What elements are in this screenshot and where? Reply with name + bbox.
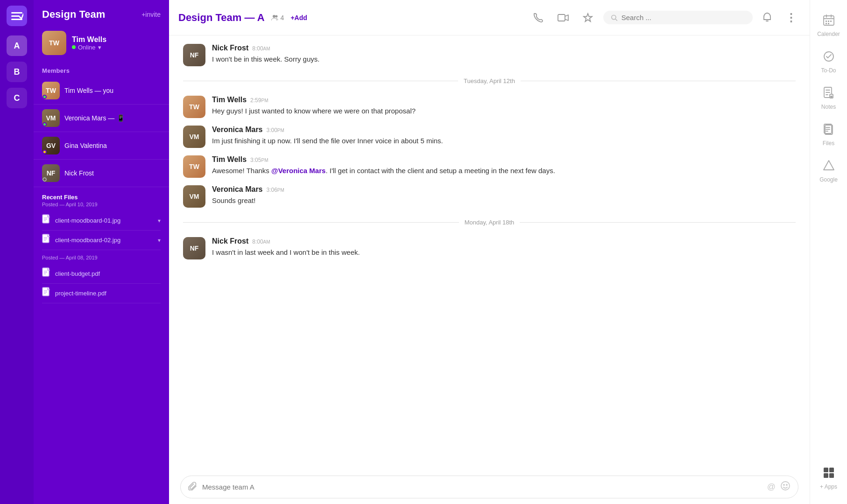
sidebar-item-notes[interactable]: Notes (810, 80, 847, 117)
member-gina[interactable]: GV Gina Valentina (34, 132, 169, 160)
svg-marker-22 (584, 14, 592, 21)
avatar-initials: TW (42, 31, 66, 55)
file-icon-2 (42, 234, 51, 246)
member-nick[interactable]: NF Nick Frost (34, 160, 169, 187)
notifications-button[interactable] (759, 11, 775, 25)
member-status-dot-nick (42, 177, 47, 182)
members-label: Members (34, 63, 169, 77)
add-members-button[interactable]: +Add (290, 14, 307, 21)
workspace-b[interactable]: B (7, 62, 27, 82)
member-tim[interactable]: TW Tim Wells — you (34, 77, 169, 105)
file-item-2[interactable]: client-moodboard-02.jpg ▾ (42, 231, 161, 250)
svg-rect-55 (829, 473, 834, 478)
msg-time-nick-first: 8:00AM (252, 45, 270, 52)
invite-button[interactable]: +invite (141, 11, 161, 18)
file-icon-4 (42, 287, 51, 300)
sidebar-item-calendar[interactable]: Calender (810, 7, 847, 44)
msg-header-veronica-1: Veronica Mars 3:00PM (212, 126, 796, 134)
msg-header-tim-2: Tim Wells 3:05PM (212, 155, 796, 164)
svg-rect-35 (830, 21, 832, 22)
msg-header-veronica-2: Veronica Mars 3:06PM (212, 185, 796, 194)
search-input[interactable] (621, 14, 745, 21)
msg-name-veronica-2: Veronica Mars (212, 185, 263, 194)
msg-name-tim-2: Tim Wells (212, 155, 247, 164)
todo-label: To-Do (821, 67, 836, 74)
svg-rect-1 (11, 15, 20, 17)
date-divider-april18: Monday, April 18th (169, 211, 810, 233)
sidebar-item-apps[interactable]: + Apps (810, 460, 847, 497)
msg-text-nick-second: I wasn't in last week and I won't be in … (212, 247, 796, 258)
attachment-button[interactable] (188, 481, 198, 493)
more-options-button[interactable]: ⋮ (782, 9, 800, 26)
svg-rect-33 (826, 21, 827, 22)
msg-header-nick-second: Nick Frost 8:00AM (212, 237, 796, 245)
app-logo[interactable] (7, 6, 27, 26)
sidebar-item-todo[interactable]: To-Do (810, 44, 847, 80)
current-user-info: Tim Wells Online ▾ (72, 35, 106, 51)
at-mention-button[interactable]: @ (767, 482, 776, 492)
apps-icon (823, 467, 835, 482)
member-veronica[interactable]: VM Veronica Mars — 📱 (34, 105, 169, 132)
current-user-status[interactable]: Online ▾ (72, 44, 106, 51)
msg-text-veronica-1: Im just finishing it up now. I'll send t… (212, 136, 796, 147)
member-avatar-tim: TW (42, 82, 60, 99)
file-name-1: client-moodboard-01.jpg (55, 217, 154, 224)
msg-time-veronica-2: 3:06PM (267, 187, 284, 193)
msg-content-nick-first: Nick Frost 8:00AM I won't be in this wee… (212, 44, 796, 65)
msg-time-veronica-1: 3:00PM (267, 127, 284, 133)
file-item-1[interactable]: client-moodboard-01.jpg ▾ (42, 211, 161, 231)
workspace-a[interactable]: A (7, 35, 27, 56)
file-icon-1 (42, 214, 51, 227)
search-bar[interactable] (603, 11, 753, 24)
status-dropdown-arrow[interactable]: ▾ (98, 44, 101, 51)
video-button[interactable] (554, 12, 572, 23)
file-dropdown-2[interactable]: ▾ (158, 237, 161, 244)
msg-text-tim-1: Hey guys! I just wanted to know where we… (212, 106, 796, 117)
member-name-veronica: Veronica Mars — 📱 (64, 114, 125, 122)
msg-time-tim-1: 2:59PM (250, 97, 268, 104)
file-name-2: client-moodboard-02.jpg (55, 237, 154, 244)
svg-rect-37 (828, 23, 829, 24)
message-veronica-1: VM Veronica Mars 3:00PM Im just finishin… (169, 122, 810, 152)
message-tim-1: TW Tim Wells 2:59PM Hey guys! I just wan… (169, 92, 810, 122)
svg-rect-36 (826, 23, 827, 24)
message-nick-first: NF Nick Frost 8:00AM I won't be in this … (169, 40, 810, 70)
star-button[interactable] (579, 11, 597, 25)
sidebar-item-google[interactable]: Google (810, 153, 847, 189)
google-label: Google (819, 176, 838, 183)
msg-avatar-veronica-1: VM (183, 126, 205, 148)
google-icon (823, 160, 835, 175)
apps-label: + Apps (820, 483, 837, 490)
recent-files-title: Recent Files (42, 194, 161, 201)
msg-avatar-tim-2: TW (183, 155, 205, 178)
svg-rect-11 (42, 268, 49, 276)
phone-button[interactable] (529, 11, 547, 25)
sidebar: Design Team +invite TW Tim Wells Online … (34, 0, 169, 504)
message-input-bar: @ (169, 470, 810, 504)
file-dropdown-1[interactable]: ▾ (158, 217, 161, 224)
workspace-c[interactable]: C (7, 88, 27, 108)
msg-time-tim-2: 3:05PM (250, 157, 268, 163)
notes-icon (823, 87, 834, 102)
msg-avatar-nick-second: NF (183, 237, 205, 259)
file-item-4[interactable]: project-timeline.pdf (42, 284, 161, 303)
svg-point-27 (783, 484, 784, 485)
file-item-3[interactable]: client-budget.pdf (42, 264, 161, 284)
sidebar-item-files[interactable]: Files (810, 117, 847, 153)
msg-avatar-nick-first: NF (183, 44, 205, 66)
msg-content-tim-1: Tim Wells 2:59PM Hey guys! I just wanted… (212, 96, 796, 117)
msg-time-nick-second: 8:00AM (252, 238, 270, 245)
icon-rail: A B C (0, 0, 34, 504)
msg-avatar-veronica-2: VM (183, 185, 205, 208)
msg-content-veronica-2: Veronica Mars 3:06PM Sounds great! (212, 185, 796, 206)
message-input[interactable] (202, 483, 762, 491)
member-name-gina: Gina Valentina (64, 142, 107, 149)
svg-point-23 (612, 15, 616, 19)
svg-rect-53 (829, 468, 834, 472)
files-icon (823, 123, 834, 138)
chat-header: Design Team — A 4 +Add ⋮ (169, 0, 810, 35)
svg-point-28 (786, 484, 787, 485)
recent-files-date-1: Posted — April 10, 2019 (42, 202, 161, 207)
emoji-button[interactable] (780, 481, 791, 493)
todo-icon (823, 50, 835, 65)
